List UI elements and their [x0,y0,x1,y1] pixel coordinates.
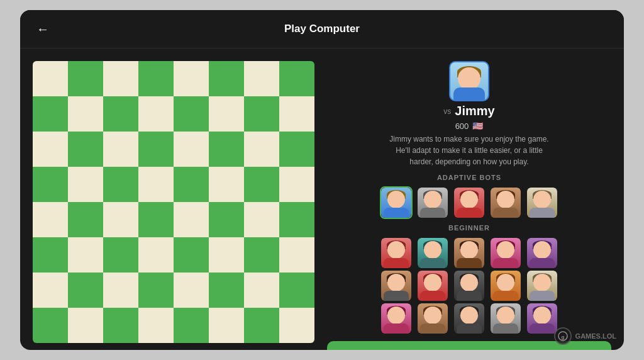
right-panel: vs Jimmy 600 🇺🇸 Jimmy wants to make sure… [327,61,611,350]
avatar-mini-body [493,208,518,218]
bot-name-line: vs Jimmy [443,104,494,118]
bot-avatar-b4[interactable] [489,237,522,269]
chess-cell [33,308,68,343]
bot-avatar-red1[interactable] [453,186,486,219]
chess-cell [103,308,138,343]
avatar-mini-body [457,291,482,301]
bot-avatar-b7[interactable] [416,269,449,302]
avatar-mini-body [420,323,445,334]
bot-profile: vs Jimmy 600 🇺🇸 Jimmy wants to make sure… [327,61,611,167]
chess-cell [244,167,279,202]
bot-avatar-b3[interactable] [453,237,486,269]
avatar-mini-body [420,208,445,218]
avatar-mini-body [493,291,518,301]
chess-cell [103,237,138,273]
app-container: ← Play Computer vs Jimmy [20,10,624,350]
bot-avatar-b1[interactable] [380,237,413,269]
bot-avatar-b11[interactable] [380,302,413,335]
chess-board-container [33,61,314,350]
avatar-mini-head [460,274,478,291]
chess-cell [244,61,279,96]
bot-flag: 🇺🇸 [472,121,483,131]
bot-rating: 600 [455,121,469,131]
beginner-label: BEGINNER [327,224,611,232]
avatar-mini-head [533,191,551,208]
bot-avatar-b8[interactable] [453,269,486,302]
chess-cell [174,202,209,237]
avatar-mini-body [493,323,518,334]
avatar-mini-body [530,208,555,218]
bot-rating-line: 600 🇺🇸 [455,121,484,131]
chess-cell [244,132,279,167]
bots-scroll-area[interactable]: ADAPTIVE BOTS BEGINNER [327,174,611,335]
bot-description: Jimmy wants to make sure you enjoy the g… [387,133,551,167]
chess-cell [103,167,138,202]
bot-avatar-brown1[interactable] [489,186,522,219]
avatar-mini-body [530,323,555,334]
chess-cell [279,237,314,273]
chess-cell [138,61,174,96]
avatar-mini-head [533,307,551,324]
header: ← Play Computer [20,10,624,48]
bot-avatar-b5[interactable] [526,237,558,269]
back-button[interactable]: ← [33,19,53,39]
avatar-mini-head [424,307,441,324]
bot-avatar-b12[interactable] [416,302,449,335]
avatar-mini-body [420,258,445,268]
chess-cell [279,96,314,132]
avatar-mini-body [384,208,409,218]
chess-cell [279,273,314,308]
chess-cell [279,167,314,202]
bot-avatar-b6[interactable] [380,269,413,302]
chess-cell [138,167,174,202]
bot-avatar-jimmy[interactable] [380,186,413,219]
main-content: vs Jimmy 600 🇺🇸 Jimmy wants to make sure… [20,48,624,350]
bot-avatar-b13[interactable] [453,302,486,335]
chess-cell [138,96,174,132]
avatar-mini-head [497,191,514,208]
chess-cell [33,61,68,96]
avatar-mini-head [533,241,551,259]
chess-cell [103,96,138,132]
avatar-mini-body [457,323,482,334]
avatar-mini-head [497,307,514,324]
bot-avatar-b9[interactable] [489,269,522,302]
bot-avatar-b14[interactable] [489,302,522,335]
avatar-mini-head [533,274,551,291]
bot-avatar-b2[interactable] [416,237,449,269]
chess-cell [68,167,103,202]
chess-cell [68,237,103,273]
chess-cell [68,202,103,237]
chess-cell [33,202,68,237]
avatar-mini-head [424,274,441,291]
avatar-mini-body [530,291,555,301]
chess-cell [209,308,244,343]
bot-avatar-b10[interactable] [526,269,558,302]
chess-cell [103,273,138,308]
bot-name: Jimmy [455,104,494,118]
chess-cell [33,132,68,167]
chess-cell [138,308,174,343]
chess-cell [33,273,68,308]
chess-cell [68,308,103,343]
chess-cell [68,61,103,96]
beginner-row-1 [327,269,611,302]
chess-cell [209,202,244,237]
avatar-mini-head [497,274,514,291]
chess-board [33,61,314,343]
adaptive-bots-grid [327,186,611,219]
vs-label: vs [443,107,451,116]
chess-cell [33,237,68,273]
avatar-mini-head [387,307,405,324]
avatar-body [453,87,485,100]
adaptive-label: ADAPTIVE BOTS [327,174,611,181]
chess-cell [68,96,103,132]
avatar-mini-body [384,258,409,268]
chess-cell [33,167,68,202]
chess-cell [279,132,314,167]
bot-avatar-gray1[interactable] [416,186,449,219]
bot-avatar-light1[interactable] [526,186,558,219]
avatar-mini-head [387,274,405,291]
watermark-logo: g [554,327,572,345]
chess-cell [174,132,209,167]
